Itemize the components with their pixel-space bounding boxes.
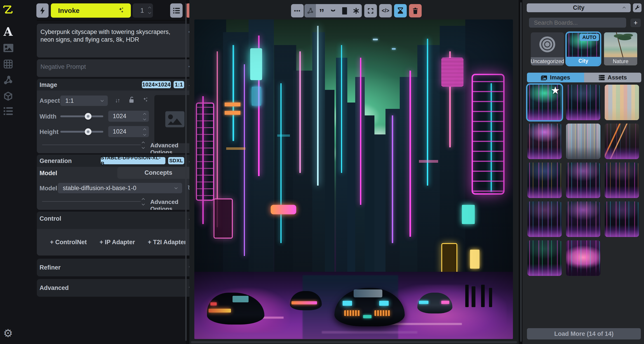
width-input-wrap[interactable]: 1024 xyxy=(108,111,149,122)
image-decoration xyxy=(317,26,318,186)
positive-prompt-box[interactable]: Cyberpunk cityscape with towering skyscr… xyxy=(37,24,200,58)
queue-count-stepper[interactable]: 1 xyxy=(133,4,153,18)
gallery-thumbnail[interactable] xyxy=(528,162,562,198)
panel-resize-handle[interactable] xyxy=(520,2,522,342)
board-city[interactable]: AUTO City xyxy=(567,33,600,65)
load-more-button[interactable]: Load More (14 of 14) xyxy=(527,328,641,339)
use-all-button[interactable] xyxy=(350,8,362,14)
gallery-thumbnail[interactable] xyxy=(605,162,639,198)
image-decoration xyxy=(232,45,234,141)
aspect-select[interactable]: 1:1 xyxy=(60,95,108,106)
add-ip-adapter-button[interactable]: + IP Adapter xyxy=(100,239,135,246)
images-icon xyxy=(541,75,547,81)
tab-workflows[interactable] xyxy=(4,75,13,86)
frame-image-button[interactable] xyxy=(364,4,377,18)
view-metadata-button[interactable]: </> xyxy=(379,4,392,18)
negative-prompt-box[interactable]: Negative Prompt </> xyxy=(37,59,200,77)
panel-top-divider xyxy=(37,20,200,21)
add-board-button[interactable]: + xyxy=(630,19,641,27)
gallery-thumbnail[interactable] xyxy=(566,202,600,237)
control-section: Control + ControlNet + IP Adapter + T2I … xyxy=(37,212,200,256)
gallery-thumbnail[interactable] xyxy=(566,85,600,120)
optimize-size-icon[interactable] xyxy=(142,96,149,104)
queue-list-button[interactable] xyxy=(170,4,182,18)
viewer-options-button[interactable]: ••• xyxy=(291,4,304,18)
board-settings-button[interactable] xyxy=(633,4,642,12)
advanced-section-header[interactable]: Advanced xyxy=(37,279,200,297)
advanced-section-title: Advanced xyxy=(40,284,69,291)
width-label: Width xyxy=(40,113,56,120)
height-input-wrap[interactable]: 1024 xyxy=(108,126,149,137)
width-slider[interactable] xyxy=(60,115,103,117)
generated-image[interactable] xyxy=(194,20,513,339)
add-t2i-adapter-button[interactable]: + T2I Adapter xyxy=(148,239,186,246)
use-seed-button[interactable] xyxy=(328,8,339,14)
tab-text-to-image[interactable]: A xyxy=(2,26,14,38)
gallery-thumbnail[interactable] xyxy=(566,240,600,276)
gallery-thumbnail[interactable] xyxy=(528,240,562,276)
gallery-thumbnail[interactable] xyxy=(566,124,600,159)
tab-models[interactable] xyxy=(4,91,13,102)
model-select[interactable]: stable-diffusion-xl-base-1-0 xyxy=(58,183,182,193)
image-section: Image 1024×1024 1:1 Aspect 1:1 ↓↑ Width xyxy=(37,79,200,153)
gallery-thumbnail[interactable] xyxy=(566,162,600,198)
gallery-thumbnail[interactable] xyxy=(528,124,562,159)
left-panel-scrollbar[interactable] xyxy=(185,3,187,341)
image-decoration xyxy=(441,243,457,274)
processing-status-button[interactable] xyxy=(394,4,407,18)
height-slider-knob[interactable] xyxy=(85,128,92,135)
model-name-badge: STABLE-DIFFUSION-XL-B... xyxy=(101,157,166,164)
starred-icon: ★ xyxy=(551,85,560,96)
gallery-thumbnail[interactable] xyxy=(528,202,562,237)
board-uncategorized[interactable]: Uncategorized xyxy=(531,32,564,65)
delete-image-button[interactable] xyxy=(409,4,422,18)
tab-images[interactable]: Images xyxy=(527,73,584,82)
tab-concepts[interactable]: Concepts xyxy=(117,167,200,179)
search-boards-input[interactable] xyxy=(534,19,620,27)
swap-dimensions-icon[interactable]: ↓↑ xyxy=(115,97,120,104)
invoke-lightning-button[interactable] xyxy=(36,4,48,18)
tab-model[interactable]: Model xyxy=(40,170,57,177)
image-decoration xyxy=(354,289,382,297)
image-decoration xyxy=(419,301,428,304)
use-size-button[interactable] xyxy=(339,7,350,15)
add-controlnet-button[interactable]: + ControlNet xyxy=(50,239,87,246)
board-nature[interactable]: Nature xyxy=(604,32,637,65)
image-section-header[interactable]: Image 1024×1024 1:1 xyxy=(37,79,200,91)
image-decoration xyxy=(441,301,449,304)
tab-assets[interactable]: Assets xyxy=(584,73,641,82)
width-slider-knob[interactable] xyxy=(85,113,92,120)
refiner-section-header[interactable]: Refiner xyxy=(37,259,200,276)
aspect-value: 1:1 xyxy=(65,97,74,104)
gallery-thumbnail[interactable]: ★ xyxy=(528,85,562,120)
tab-queue[interactable] xyxy=(4,107,13,116)
use-prompt-button[interactable]: ” xyxy=(316,7,328,15)
gallery-thumbnail[interactable] xyxy=(605,85,639,120)
settings-gear-icon[interactable]: ⚙ xyxy=(3,327,13,339)
image-decoration xyxy=(392,115,393,243)
viewer-horizontal-scrollbar[interactable] xyxy=(191,341,517,343)
image-decoration xyxy=(300,51,301,173)
image-decoration xyxy=(489,288,492,307)
tab-canvas[interactable] xyxy=(4,44,13,53)
height-slider[interactable] xyxy=(60,131,103,133)
invoke-button[interactable]: Invoke xyxy=(51,4,131,18)
ellipsis-icon: ••• xyxy=(294,8,300,14)
gallery-thumbnail[interactable] xyxy=(605,202,639,237)
image-decoration xyxy=(386,323,462,325)
positive-prompt-text: Cyberpunk cityscape with towering skyscr… xyxy=(40,28,180,44)
board-selector[interactable]: City xyxy=(527,4,631,12)
image-decoration xyxy=(244,64,245,256)
control-section-title: Control xyxy=(40,215,61,222)
control-section-header[interactable]: Control xyxy=(37,212,200,229)
invoke-button-label: Invoke xyxy=(58,7,80,15)
gallery-thumbnail[interactable] xyxy=(605,124,639,159)
recall-button-group: ” xyxy=(304,4,362,18)
tab-upscaling[interactable] xyxy=(4,59,13,70)
load-workflow-button[interactable] xyxy=(304,4,316,18)
image-decoration xyxy=(342,301,352,306)
image-decoration xyxy=(410,71,411,237)
image-decoration xyxy=(208,309,231,312)
generation-section-header[interactable]: Generation STABLE-DIFFUSION-XL-B... SDXL xyxy=(37,154,200,167)
lock-aspect-icon[interactable] xyxy=(128,96,135,104)
